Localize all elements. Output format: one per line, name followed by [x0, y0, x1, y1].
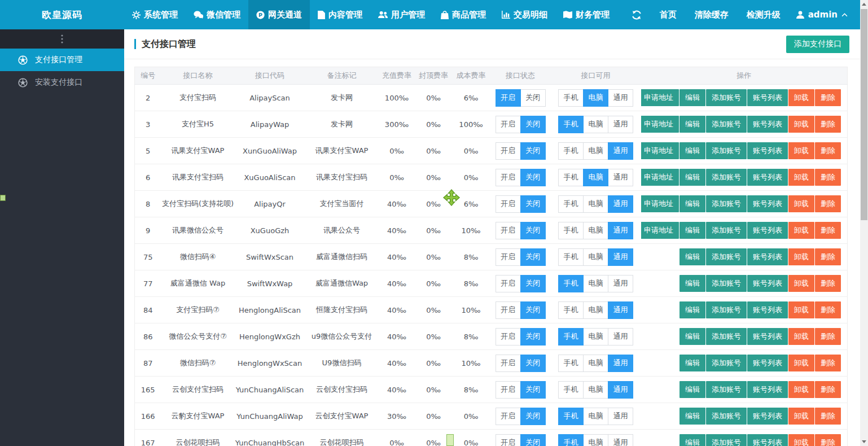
device-pc-button[interactable]: 电脑 — [583, 169, 608, 186]
apply-button[interactable]: 申请地址 — [641, 195, 680, 212]
device-general-button[interactable]: 通用 — [608, 355, 633, 372]
status-open-button[interactable]: 开启 — [496, 116, 521, 133]
account-list-button[interactable]: 账号列表 — [747, 328, 788, 345]
device-general-button[interactable]: 通用 — [608, 89, 633, 107]
uninstall-button[interactable]: 卸载 — [788, 355, 814, 371]
status-open-button[interactable]: 开启 — [496, 328, 521, 346]
delete-button[interactable]: 删除 — [815, 195, 841, 212]
delete-button[interactable]: 删除 — [815, 355, 841, 371]
apply-button[interactable]: 申请地址 — [641, 89, 680, 106]
status-close-button[interactable]: 关闭 — [520, 328, 546, 346]
add-account-button[interactable]: 添加账号 — [706, 275, 747, 292]
uninstall-button[interactable]: 卸载 — [788, 275, 814, 292]
account-list-button[interactable]: 账号列表 — [747, 355, 788, 371]
status-close-button[interactable]: 关闭 — [520, 355, 546, 372]
edit-button[interactable]: 编辑 — [680, 408, 705, 425]
nav-product-management[interactable]: 商品管理 — [433, 0, 494, 29]
status-open-button[interactable]: 开启 — [496, 434, 521, 446]
add-account-button[interactable]: 添加账号 — [706, 248, 747, 265]
device-general-button[interactable]: 通用 — [608, 434, 633, 446]
status-open-button[interactable]: 开启 — [496, 169, 521, 186]
add-account-button[interactable]: 添加账号 — [706, 328, 747, 345]
uninstall-button[interactable]: 卸载 — [788, 328, 814, 345]
device-general-button[interactable]: 通用 — [608, 328, 633, 346]
status-close-button[interactable]: 关闭 — [520, 248, 546, 266]
device-pc-button[interactable]: 电脑 — [583, 222, 608, 239]
device-mobile-button[interactable]: 手机 — [558, 142, 584, 160]
edit-button[interactable]: 编辑 — [680, 275, 705, 292]
uninstall-button[interactable]: 卸载 — [788, 169, 814, 186]
status-close-button[interactable]: 关闭 — [520, 434, 546, 446]
account-list-button[interactable]: 账号列表 — [747, 408, 788, 425]
device-general-button[interactable]: 通用 — [608, 222, 633, 239]
device-mobile-button[interactable]: 手机 — [558, 248, 584, 266]
uninstall-button[interactable]: 卸载 — [788, 408, 814, 425]
add-account-button[interactable]: 添加账号 — [706, 355, 747, 371]
check-upgrade-link[interactable]: 检测升级 — [738, 10, 790, 20]
refresh-button[interactable] — [622, 10, 651, 20]
nav-gateway-channel[interactable]: P 网关通道 — [248, 0, 310, 29]
edit-button[interactable]: 编辑 — [680, 381, 705, 398]
edit-button[interactable]: 编辑 — [680, 195, 705, 212]
device-mobile-button[interactable]: 手机 — [558, 195, 584, 213]
delete-button[interactable]: 删除 — [815, 381, 841, 398]
device-pc-button[interactable]: 电脑 — [583, 248, 608, 266]
nav-finance-management[interactable]: 财务管理 — [555, 0, 617, 29]
apply-button[interactable]: 申请地址 — [641, 222, 680, 239]
add-account-button[interactable]: 添加账号 — [706, 142, 747, 159]
account-list-button[interactable]: 账号列表 — [747, 116, 788, 133]
delete-button[interactable]: 删除 — [815, 116, 841, 133]
device-mobile-button[interactable]: 手机 — [558, 355, 584, 372]
status-close-button[interactable]: 关闭 — [520, 381, 546, 399]
status-open-button[interactable]: 开启 — [496, 142, 521, 160]
home-link[interactable]: 首页 — [651, 10, 686, 20]
device-general-button[interactable]: 通用 — [608, 275, 633, 292]
edit-button[interactable]: 编辑 — [680, 169, 705, 186]
device-general-button[interactable]: 通用 — [608, 408, 633, 425]
account-list-button[interactable]: 账号列表 — [747, 89, 788, 106]
status-open-button[interactable]: 开启 — [496, 222, 521, 239]
apply-button[interactable]: 申请地址 — [641, 142, 680, 159]
device-mobile-button[interactable]: 手机 — [558, 169, 584, 186]
add-account-button[interactable]: 添加账号 — [706, 381, 747, 398]
account-list-button[interactable]: 账号列表 — [747, 222, 788, 239]
status-close-button[interactable]: 关闭 — [520, 301, 546, 319]
device-pc-button[interactable]: 电脑 — [583, 275, 608, 292]
delete-button[interactable]: 删除 — [815, 328, 841, 345]
add-account-button[interactable]: 添加账号 — [706, 116, 747, 133]
delete-button[interactable]: 删除 — [815, 142, 841, 159]
device-mobile-button[interactable]: 手机 — [558, 275, 584, 292]
apply-button[interactable]: 申请地址 — [641, 116, 680, 133]
device-mobile-button[interactable]: 手机 — [558, 434, 584, 446]
account-list-button[interactable]: 账号列表 — [747, 142, 788, 159]
device-pc-button[interactable]: 电脑 — [583, 301, 608, 319]
device-pc-button[interactable]: 电脑 — [583, 355, 608, 372]
delete-button[interactable]: 删除 — [815, 408, 841, 425]
nav-system-management[interactable]: 系统管理 — [124, 0, 186, 29]
uninstall-button[interactable]: 卸载 — [788, 434, 814, 446]
device-general-button[interactable]: 通用 — [608, 248, 633, 266]
device-general-button[interactable]: 通用 — [608, 169, 633, 186]
device-pc-button[interactable]: 电脑 — [583, 408, 608, 425]
device-pc-button[interactable]: 电脑 — [583, 142, 608, 160]
device-pc-button[interactable]: 电脑 — [583, 381, 608, 399]
status-open-button[interactable]: 开启 — [496, 275, 521, 292]
sidebar-collapse-toggle[interactable] — [0, 29, 124, 49]
add-account-button[interactable]: 添加账号 — [706, 222, 747, 239]
status-close-button[interactable]: 关闭 — [520, 116, 546, 133]
edit-button[interactable]: 编辑 — [680, 116, 705, 133]
account-list-button[interactable]: 账号列表 — [747, 169, 788, 186]
delete-button[interactable]: 删除 — [815, 222, 841, 239]
status-open-button[interactable]: 开启 — [496, 89, 521, 107]
edit-button[interactable]: 编辑 — [680, 434, 705, 446]
add-account-button[interactable]: 添加账号 — [706, 301, 747, 318]
status-close-button[interactable]: 关闭 — [520, 142, 546, 160]
device-pc-button[interactable]: 电脑 — [583, 116, 608, 133]
add-account-button[interactable]: 添加账号 — [706, 195, 747, 212]
delete-button[interactable]: 删除 — [815, 275, 841, 292]
sidebar-item-payment-interface-management[interactable]: 支付接口管理 — [0, 49, 124, 71]
device-mobile-button[interactable]: 手机 — [558, 222, 584, 239]
device-mobile-button[interactable]: 手机 — [558, 328, 584, 346]
nav-wechat-management[interactable]: 微信管理 — [186, 0, 248, 29]
add-account-button[interactable]: 添加账号 — [706, 89, 747, 106]
